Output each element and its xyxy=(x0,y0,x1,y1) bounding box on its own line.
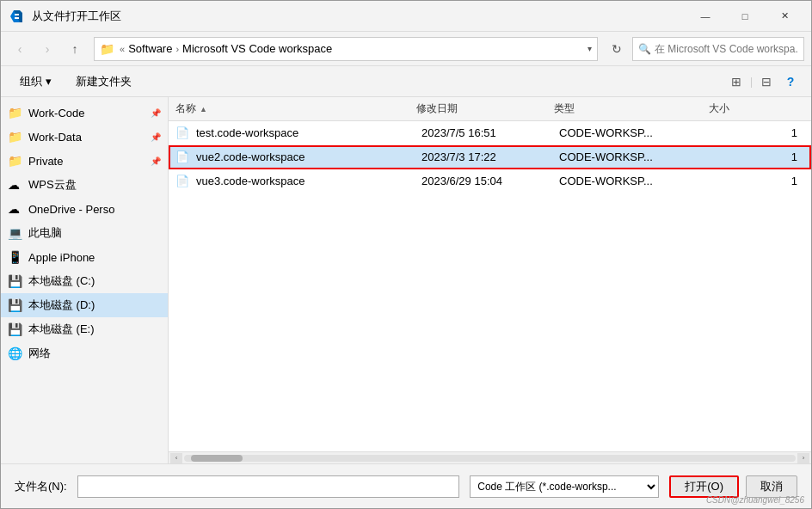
sidebar-item-thispc[interactable]: 💻 此电脑 xyxy=(1,221,168,245)
folder-icon: 📁 xyxy=(8,106,23,120)
folder-icon: 📁 xyxy=(100,42,114,56)
drive-icon: 💾 xyxy=(8,298,23,312)
sidebar-item-iphone[interactable]: 📱 Apple iPhone xyxy=(1,245,168,269)
address-dropdown-arrow[interactable]: ▾ xyxy=(587,44,592,53)
filename-label: 文件名(N): xyxy=(15,479,67,494)
col-type-header[interactable]: 类型 xyxy=(554,101,709,116)
file-size: 1 xyxy=(714,175,804,187)
back-button[interactable]: ‹ xyxy=(8,37,32,61)
file-type: CODE-WORKSP... xyxy=(559,150,714,163)
breadcrumb: « Software › Microsoft VS Code workspace xyxy=(118,42,332,55)
table-row[interactable]: 📄 test.code-workspace 2023/7/5 16:51 COD… xyxy=(169,121,811,145)
pin-icon: 📌 xyxy=(151,156,161,166)
file-date: 2023/6/29 15:04 xyxy=(421,175,559,187)
sidebar-item-work-data[interactable]: 📁 Work-Data 📌 xyxy=(1,125,168,149)
bottom-actions: 打开(O) 取消 xyxy=(669,475,797,498)
scroll-track[interactable] xyxy=(184,455,796,462)
dialog-title: 从文件打开工作区 xyxy=(32,9,686,24)
main-content: 📁 Work-Code 📌 📁 Work-Data 📌 📁 Private 📌 … xyxy=(1,97,811,463)
minimize-button[interactable]: — xyxy=(686,1,725,32)
view-list-button[interactable]: ⊟ xyxy=(754,70,778,94)
file-icon: 📄 xyxy=(175,175,191,187)
address-bar[interactable]: 📁 « Software › Microsoft VS Code workspa… xyxy=(94,37,598,61)
refresh-button[interactable]: ↻ xyxy=(605,37,629,61)
svg-rect-0 xyxy=(15,14,19,15)
col-name-header[interactable]: 名称 ▲ xyxy=(175,101,416,116)
cloud-icon: ☁ xyxy=(8,178,23,192)
search-input[interactable] xyxy=(655,43,798,55)
file-name: test.code-workspace xyxy=(196,126,421,139)
table-row[interactable]: 📄 vue3.code-workspace 2023/6/29 15:04 CO… xyxy=(169,169,811,193)
sidebar-item-onedrive[interactable]: ☁ OneDrive - Perso xyxy=(1,197,168,221)
col-date-header[interactable]: 修改日期 xyxy=(416,101,554,116)
file-date: 2023/7/5 16:51 xyxy=(421,126,559,139)
folder-icon: 📁 xyxy=(8,154,23,168)
dialog-window: 从文件打开工作区 — □ ✕ ‹ › ↑ 📁 « Software › Micr… xyxy=(0,0,812,509)
help-button[interactable]: ? xyxy=(780,71,801,92)
organize-button[interactable]: 组织 ▾ xyxy=(11,71,60,93)
file-list: 📄 test.code-workspace 2023/7/5 16:51 COD… xyxy=(169,121,811,451)
sidebar-item-drive-e[interactable]: 💾 本地磁盘 (E:) xyxy=(1,317,168,341)
sidebar-item-private[interactable]: 📁 Private 📌 xyxy=(1,149,168,173)
organize-label: 组织 xyxy=(20,74,42,89)
cancel-button[interactable]: 取消 xyxy=(746,475,797,498)
bottom-bar: 文件名(N): Code 工作区 (*.code-worksp... 打开(O)… xyxy=(1,463,811,508)
crumb-software[interactable]: Software xyxy=(128,42,172,55)
table-row[interactable]: 📄 vue2.code-workspace 2023/7/3 17:22 COD… xyxy=(169,145,811,169)
sidebar-item-network[interactable]: 🌐 网络 xyxy=(1,341,168,365)
sidebar-item-drive-d[interactable]: 💾 本地磁盘 (D:) xyxy=(1,293,168,317)
view-details-button[interactable]: ⊞ xyxy=(724,70,748,94)
folder-icon: 📁 xyxy=(8,130,23,144)
filetype-select[interactable]: Code 工作区 (*.code-worksp... xyxy=(470,475,659,498)
drive-icon: 💾 xyxy=(8,274,23,288)
open-button[interactable]: 打开(O) xyxy=(669,475,739,498)
network-icon: 🌐 xyxy=(8,346,23,360)
organize-arrow: ▾ xyxy=(46,75,52,88)
sidebar-item-drive-c[interactable]: 💾 本地磁盘 (C:) xyxy=(1,269,168,293)
watermark: CSDN@zhuangwei_8256 xyxy=(706,495,804,505)
pin-icon: 📌 xyxy=(151,108,161,118)
organize-toolbar: 组织 ▾ 新建文件夹 ⊞ | ⊟ ? xyxy=(1,66,811,97)
drive-icon: 💾 xyxy=(8,322,23,336)
new-folder-label: 新建文件夹 xyxy=(76,74,132,89)
col-size-header[interactable]: 大小 xyxy=(709,101,804,116)
scroll-thumb[interactable] xyxy=(191,455,243,462)
computer-icon: 💻 xyxy=(8,226,23,240)
file-list-header: 名称 ▲ 修改日期 类型 大小 xyxy=(169,97,811,121)
sidebar: 📁 Work-Code 📌 📁 Work-Data 📌 📁 Private 📌 … xyxy=(1,97,169,463)
file-type: CODE-WORKSP... xyxy=(559,175,714,187)
window-controls: — □ ✕ xyxy=(686,1,804,32)
search-icon: 🔍 xyxy=(638,43,651,55)
view-controls: ⊞ | ⊟ ? xyxy=(724,70,801,94)
forward-button[interactable]: › xyxy=(35,37,59,61)
new-folder-button[interactable]: 新建文件夹 xyxy=(67,71,140,93)
file-icon: 📄 xyxy=(175,126,191,139)
file-type: CODE-WORKSP... xyxy=(559,126,714,139)
filename-input[interactable] xyxy=(77,475,460,498)
file-date: 2023/7/3 17:22 xyxy=(421,150,559,163)
file-list-container: 名称 ▲ 修改日期 类型 大小 📄 test.code-workspace xyxy=(169,97,811,463)
scroll-right-button[interactable]: › xyxy=(797,453,809,463)
app-icon xyxy=(8,8,25,25)
up-button[interactable]: ↑ xyxy=(63,37,87,61)
search-bar[interactable]: 🔍 xyxy=(632,37,804,61)
file-name: vue2.code-workspace xyxy=(196,150,421,163)
cloud-icon: ☁ xyxy=(8,202,23,216)
close-button[interactable]: ✕ xyxy=(765,1,804,32)
file-icon: 📄 xyxy=(175,150,191,163)
crumb-workspace[interactable]: Microsoft VS Code workspace xyxy=(182,42,332,55)
address-toolbar: ‹ › ↑ 📁 « Software › Microsoft VS Code w… xyxy=(1,32,811,66)
sidebar-item-work-code[interactable]: 📁 Work-Code 📌 xyxy=(1,101,168,125)
phone-icon: 📱 xyxy=(8,250,23,264)
pin-icon: 📌 xyxy=(151,132,161,142)
maximize-button[interactable]: □ xyxy=(725,1,765,32)
sort-arrow: ▲ xyxy=(200,105,207,113)
file-size: 1 xyxy=(714,126,804,139)
view-separator: | xyxy=(750,76,753,88)
file-name: vue3.code-workspace xyxy=(196,175,421,187)
file-size: 1 xyxy=(714,150,804,163)
scroll-left-button[interactable]: ‹ xyxy=(170,453,182,463)
title-bar: 从文件打开工作区 — □ ✕ xyxy=(1,1,811,32)
horizontal-scrollbar: ‹ › xyxy=(169,451,811,463)
sidebar-item-wps[interactable]: ☁ WPS云盘 xyxy=(1,173,168,197)
